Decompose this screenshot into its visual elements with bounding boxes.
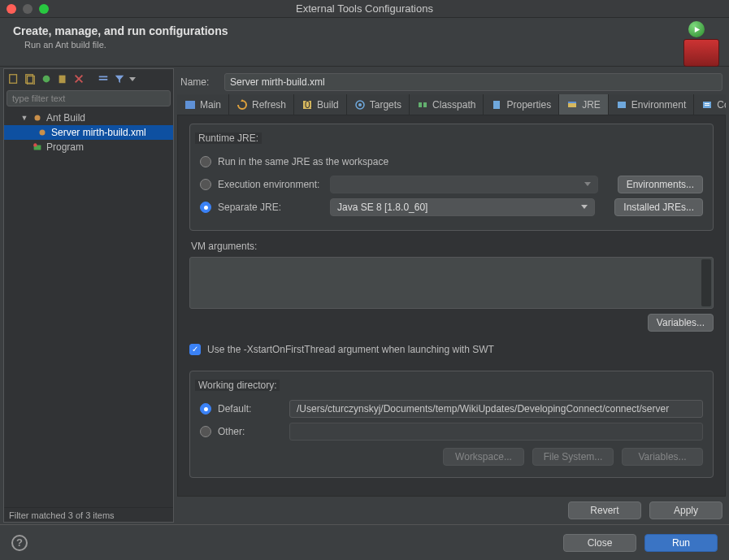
disclosure-triangle-icon[interactable]: ▼ [20,114,28,122]
vm-variables-button[interactable]: Variables... [648,314,714,332]
header-icon-group [683,21,719,67]
installed-jres-button[interactable]: Installed JREs... [614,198,703,216]
ant-file-icon [37,127,48,138]
swt-thread-checkbox[interactable] [189,344,201,355]
filter-menu-icon[interactable] [129,72,136,85]
new-config-icon[interactable] [7,72,20,85]
radio-wd-default[interactable] [200,403,211,415]
tab-jre[interactable]: JRE [559,94,609,115]
radio-wd-other[interactable] [200,426,211,437]
properties-tab-icon [491,99,502,111]
export-icon[interactable] [40,72,53,85]
svg-rect-18 [493,101,500,109]
svg-rect-21 [618,102,626,108]
ant-icon [32,112,43,124]
svg-rect-19 [568,103,576,107]
tab-build[interactable]: 01Build [294,94,347,115]
tree-label: Ant Build [46,112,85,124]
svg-text:01: 01 [305,99,313,111]
svg-rect-24 [705,105,709,106]
svg-point-10 [33,143,37,146]
tab-environment[interactable]: Environment [609,94,694,115]
vm-arguments-section: VM arguments: Variables... Use the -Xsta… [189,241,714,361]
wd-default-field: /Users/cturczynskyj/Documents/temp/WikiU… [289,400,703,418]
window-minimize-button[interactable] [23,4,33,14]
vm-arguments-label: VM arguments: [191,241,714,252]
detail-actions: Revert Apply [177,497,726,523]
config-tree[interactable]: ▼ Ant Build Server mirth-build.xml Progr… [4,108,173,507]
tab-jre-body: Runtime JRE: Run in the same JRE as the … [177,115,726,497]
help-button[interactable]: ? [11,535,28,551]
new-prototype-icon[interactable] [24,72,37,85]
svg-point-3 [43,76,50,83]
radio-separate-jre-label: Separate JRE: [218,202,323,213]
window-controls [7,4,49,14]
duplicate-icon[interactable] [56,72,69,85]
run-icon [688,21,705,37]
toolbox-icon [683,39,719,67]
vm-arguments-textarea[interactable] [189,257,714,309]
svg-rect-23 [705,103,709,104]
radio-wd-default-label: Default: [218,403,283,415]
svg-rect-17 [423,102,427,107]
config-tabs: Main Refresh 01Build Targets Classpath P… [177,94,726,115]
config-toolbar [4,69,173,89]
program-icon [32,141,43,153]
config-detail-panel: Name: Main Refresh 01Build Targets Class… [177,68,726,523]
tree-node-program[interactable]: Program [4,140,173,154]
svg-point-8 [40,130,46,136]
svg-point-7 [35,115,41,121]
dialog-footer: ? Close Run [0,524,729,560]
radio-exec-env-label: Execution environment: [218,179,323,190]
radio-same-workspace-label: Run in the same JRE as the workspace [218,156,388,167]
tree-node-server-mirth-build[interactable]: Server mirth-build.xml [4,125,173,140]
svg-rect-0 [10,75,17,84]
svg-rect-20 [568,102,576,103]
tab-classpath[interactable]: Classpath [410,94,484,115]
filter-icon[interactable] [113,72,126,85]
window-title: External Tools Configurations [0,2,729,15]
svg-rect-5 [99,76,108,78]
radio-same-workspace[interactable] [200,156,211,167]
working-directory-group: Working directory: Default: /Users/cturc… [189,371,714,478]
radio-separate-jre[interactable] [200,202,211,213]
svg-rect-16 [419,102,422,107]
working-directory-label: Working directory: [195,380,280,391]
window-titlebar: External Tools Configurations [0,0,729,18]
tab-properties[interactable]: Properties [484,94,559,115]
targets-tab-icon [354,99,366,111]
environments-button[interactable]: Environments... [618,176,703,193]
delete-icon[interactable] [72,72,85,85]
separate-jre-combo[interactable]: Java SE 8 [1.8.0_60] [330,198,595,216]
revert-button[interactable]: Revert [568,501,641,519]
classpath-tab-icon [417,99,428,111]
wd-variables-button[interactable]: Variables... [622,448,703,466]
tree-node-ant-build[interactable]: ▼ Ant Build [4,111,173,125]
name-input[interactable] [224,73,722,91]
radio-exec-env[interactable] [200,179,211,190]
radio-wd-other-label: Other: [218,426,283,437]
dialog-header: Create, manage, and run configurations R… [0,18,729,67]
header-subtitle: Run an Ant build file. [24,40,228,50]
apply-button[interactable]: Apply [649,501,722,519]
runtime-jre-label: Runtime JRE: [195,132,262,144]
build-tab-icon: 01 [302,99,313,111]
run-button[interactable]: Run [644,534,718,552]
environment-tab-icon [616,99,627,111]
tab-common[interactable]: Common [694,94,726,115]
main-tab-icon [184,99,196,111]
expand-all-icon[interactable] [97,72,110,85]
scrollbar[interactable] [701,259,711,306]
close-button[interactable]: Close [563,534,636,552]
window-zoom-button[interactable] [39,4,49,14]
wd-workspace-button[interactable]: Workspace... [443,448,524,466]
tab-refresh[interactable]: Refresh [229,94,294,115]
tab-targets[interactable]: Targets [347,94,410,115]
refresh-tab-icon [236,99,248,111]
tab-main[interactable]: Main [177,94,229,115]
filter-input[interactable] [7,90,171,106]
wd-filesystem-button[interactable]: File System... [532,448,614,466]
exec-env-combo[interactable] [330,176,598,193]
window-close-button[interactable] [7,4,16,14]
wd-other-field[interactable] [289,423,703,441]
